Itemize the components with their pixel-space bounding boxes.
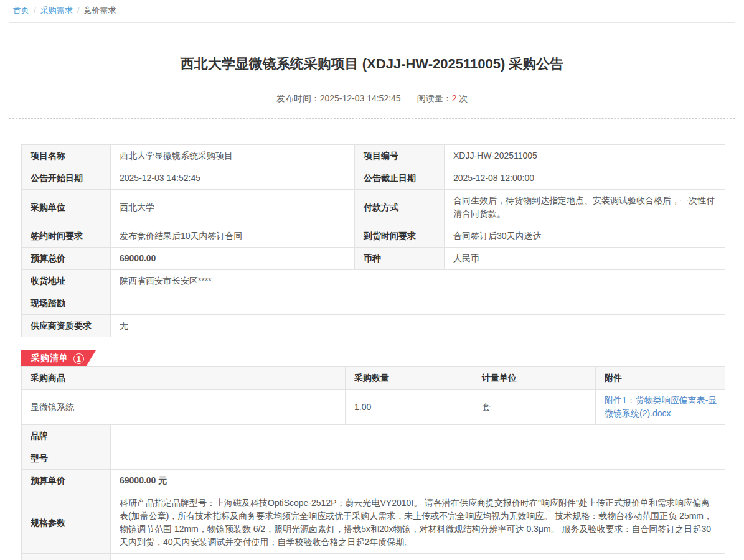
- start-date-value: 2025-12-03 14:52:45: [111, 167, 355, 190]
- table-row: 项目名称 西北大学显微镜系统采购项目 项目编号 XDJJ-HW-20251100…: [22, 145, 725, 167]
- attachment-column-header: 附件: [596, 367, 725, 390]
- table-header-row: 采购商品 采购数量 计量单位 附件: [22, 367, 725, 390]
- purchase-list-tag: 采购清单 1: [21, 350, 96, 366]
- currency-label: 币种: [355, 248, 445, 270]
- publish-time-label: 发布时间：: [276, 93, 320, 103]
- attachment-download-link[interactable]: 附件1：货物类响应偏离表-显微镜系统(2).docx: [605, 395, 717, 418]
- unit-column-header: 计量单位: [473, 367, 596, 390]
- table-row: 采购单位 西北大学 付款方式 合同生效后，待货物到达指定地点、安装调试验收合格后…: [22, 190, 725, 225]
- read-count-value: 2: [452, 93, 457, 103]
- publish-time-value: 2025-12-03 14:52:45: [320, 93, 401, 103]
- brand-value: [111, 425, 725, 447]
- purchaser-label: 采购单位: [22, 190, 111, 225]
- table-row: 预算总价 69000.00 币种 人民币: [22, 248, 725, 270]
- table-row: 供应商资质要求 无: [22, 315, 725, 337]
- model-value: [111, 447, 725, 470]
- quantity-cell: 1.00: [346, 390, 473, 425]
- supplier-qualification-value: 无: [111, 315, 725, 337]
- product-name-cell: 显微镜系统: [22, 390, 346, 425]
- table-row: 售后服务 响应时效：即时响应（包括电话响应）；电话响应无法解决72小时内到达现场…: [22, 554, 725, 560]
- quantity-column-header: 采购数量: [346, 367, 473, 390]
- project-name-label: 项目名称: [22, 145, 111, 167]
- delivery-time-label: 到货时间要求: [355, 225, 445, 248]
- purchase-list-count-badge: 1: [73, 353, 84, 364]
- total-budget-label: 预算总价: [22, 248, 111, 270]
- signing-time-label: 签约时间要求: [22, 225, 111, 248]
- project-number-label: 项目编号: [355, 145, 445, 167]
- announcement-card: 西北大学显微镜系统采购项目 (XDJJ-HW-202511005) 采购公告 发…: [9, 22, 735, 560]
- signing-time-value: 发布竞价结果后10天内签订合同: [111, 225, 355, 248]
- unit-budget-value: 69000.00 元: [111, 470, 725, 492]
- purchase-list-table: 采购商品 采购数量 计量单位 附件 显微镜系统 1.00 套 附件1：货物类响应…: [21, 366, 725, 560]
- specifications-value: 科研产品指定品牌型号：上海磁及科技OptiScope-2512P；蔚云光电VY2…: [111, 492, 725, 554]
- table-row: 收货地址 陕西省西安市长安区****: [22, 270, 725, 292]
- total-budget-value: 69000.00: [111, 248, 355, 270]
- table-row: 签约时间要求 发布竞价结果后10天内签订合同 到货时间要求 合同签订后30天内送…: [22, 225, 725, 248]
- page-title: 西北大学显微镜系统采购项目 (XDJJ-HW-202511005) 采购公告: [21, 23, 723, 73]
- table-row: 规格参数 科研产品指定品牌型号：上海磁及科技OptiScope-2512P；蔚云…: [22, 492, 725, 554]
- table-row: 显微镜系统 1.00 套 附件1：货物类响应偏离表-显微镜系统(2).docx: [22, 390, 725, 425]
- unit-budget-label: 预算单价: [22, 470, 111, 492]
- project-info-table: 项目名称 西北大学显微镜系统采购项目 项目编号 XDJJ-HW-20251100…: [21, 144, 725, 337]
- table-row: 公告开始日期 2025-12-03 14:52:45 公告截止日期 2025-1…: [22, 167, 725, 190]
- unit-cell: 套: [473, 390, 596, 425]
- after-sales-value: 响应时效：即时响应（包括电话响应）；电话响应无法解决72小时内到达现场。修复时间…: [111, 554, 725, 560]
- supplier-qualification-label: 供应商资质要求: [22, 315, 111, 337]
- read-count-unit: 次: [459, 93, 468, 103]
- breadcrumb-separator: /: [77, 6, 80, 15]
- breadcrumb-separator: /: [34, 6, 36, 15]
- model-label: 型号: [22, 447, 111, 470]
- breadcrumb-current: 竞价需求: [83, 6, 116, 15]
- table-row: 品牌: [22, 425, 725, 447]
- breadcrumb: 首页/采购需求/竞价需求: [0, 0, 744, 21]
- specifications-label: 规格参数: [22, 492, 111, 554]
- site-survey-label: 现场踏勘: [22, 292, 111, 315]
- table-row: 现场踏勘: [22, 292, 725, 315]
- delivery-address-value: 陕西省西安市长安区****: [111, 270, 725, 292]
- site-survey-value: [111, 292, 725, 315]
- delivery-address-label: 收货地址: [22, 270, 111, 292]
- project-number-value: XDJJ-HW-202511005: [445, 145, 725, 167]
- dashed-divider: [9, 118, 735, 119]
- after-sales-label: 售后服务: [22, 554, 111, 560]
- purchaser-value: 西北大学: [111, 190, 355, 225]
- breadcrumb-home-link[interactable]: 首页: [13, 6, 29, 15]
- end-date-label: 公告截止日期: [355, 167, 445, 190]
- breadcrumb-section-link[interactable]: 采购需求: [40, 6, 73, 15]
- attachment-cell: 附件1：货物类响应偏离表-显微镜系统(2).docx: [596, 390, 725, 425]
- delivery-time-value: 合同签订后30天内送达: [445, 225, 725, 248]
- currency-value: 人民币: [445, 248, 725, 270]
- payment-method-label: 付款方式: [355, 190, 445, 225]
- purchase-list-tag-label: 采购清单: [31, 353, 68, 364]
- product-column-header: 采购商品: [22, 367, 346, 390]
- table-row: 型号: [22, 447, 725, 470]
- brand-label: 品牌: [22, 425, 111, 447]
- payment-method-value: 合同生效后，待货物到达指定地点、安装调试验收合格后，一次性付清合同货款。: [445, 190, 725, 225]
- end-date-value: 2025-12-08 12:00:00: [445, 167, 725, 190]
- announcement-meta: 发布时间：2025-12-03 14:52:45阅读量：2 次: [21, 93, 723, 105]
- project-name-value: 西北大学显微镜系统采购项目: [111, 145, 355, 167]
- table-row: 预算单价 69000.00 元: [22, 470, 725, 492]
- read-count-label: 阅读量：: [417, 93, 452, 103]
- start-date-label: 公告开始日期: [22, 167, 111, 190]
